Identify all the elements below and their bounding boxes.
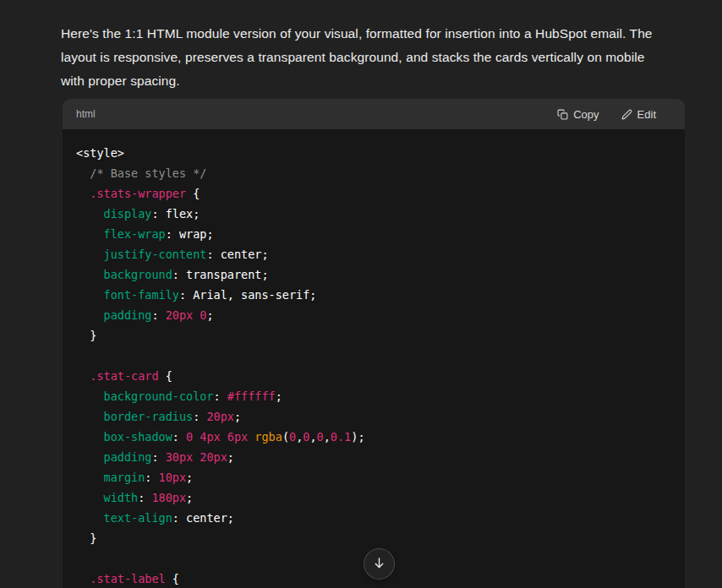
code-line: font-family: Arial, sans-serif; <box>76 285 671 305</box>
code-header-actions: Copy Edit <box>557 108 656 121</box>
message-text-line: with proper spacing. <box>61 69 703 93</box>
edit-pencil-icon <box>621 109 632 120</box>
code-line: width: 180px; <box>76 487 671 508</box>
code-line: display: flex; <box>76 204 671 224</box>
scroll-to-bottom-button[interactable] <box>364 548 395 580</box>
message-text-line: layout is responsive, preserves a transp… <box>61 46 703 69</box>
assistant-message: Here's the 1:1 HTML module version of yo… <box>61 22 703 93</box>
code-line <box>76 346 671 366</box>
message-text-line: Here's the 1:1 HTML module version of yo… <box>61 22 703 46</box>
code-line: text-align: center; <box>76 508 671 528</box>
code-line: .stat-card { <box>76 366 671 386</box>
code-line: } <box>76 325 671 346</box>
code-block: html Copy Edit <style> <box>63 99 685 588</box>
edit-button-label: Edit <box>637 108 656 121</box>
copy-icon <box>557 109 568 120</box>
copy-button-label: Copy <box>573 108 599 121</box>
code-language-label: html <box>76 108 96 120</box>
code-line: } <box>76 528 671 548</box>
down-arrow-icon <box>372 556 386 573</box>
edit-button[interactable]: Edit <box>621 108 656 121</box>
code-line: <style> <box>76 143 671 163</box>
code-line: background: transparent; <box>76 264 671 285</box>
code-line: justify-content: center; <box>76 244 671 264</box>
code-line: margin: 10px; <box>76 467 671 487</box>
code-line: flex-wrap: wrap; <box>76 224 671 244</box>
code-line: border-radius: 20px; <box>76 406 671 427</box>
copy-button[interactable]: Copy <box>557 108 599 121</box>
code-line: box-shadow: 0 4px 6px rgba(0,0,0,0.1); <box>76 427 671 447</box>
code-line: background-color: #ffffff; <box>76 386 671 406</box>
code-line: padding: 30px 20px; <box>76 447 671 467</box>
code-line: /* Base styles */ <box>76 163 671 183</box>
code-line: .stats-wrapper { <box>76 183 671 204</box>
code-content: <style> /* Base styles */ .stats-wrapper… <box>63 129 685 588</box>
code-block-header: html Copy Edit <box>63 99 685 129</box>
code-line: padding: 20px 0; <box>76 305 671 325</box>
